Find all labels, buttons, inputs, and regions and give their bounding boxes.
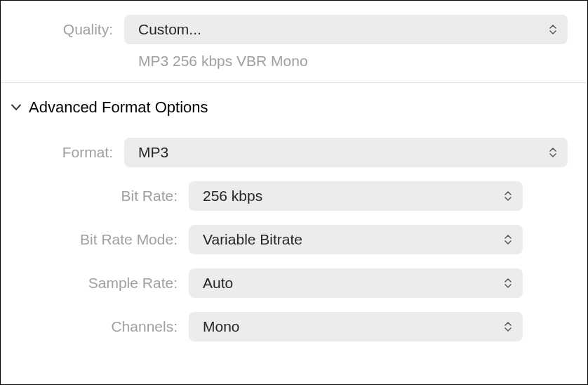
stepper-icon (505, 278, 512, 288)
format-row: Format: MP3 (20, 138, 568, 167)
quality-summary-row: MP3 256 kbps VBR Mono (20, 53, 568, 70)
channels-row: Channels: Mono (20, 312, 568, 341)
sample-rate-label: Sample Rate: (20, 275, 189, 292)
sample-rate-select[interactable]: Auto (189, 268, 523, 298)
chevron-down-icon (11, 103, 22, 112)
quality-select[interactable]: Custom... (124, 15, 568, 44)
format-label: Format: (20, 144, 124, 161)
stepper-icon (549, 25, 556, 34)
channels-select[interactable]: Mono (189, 312, 523, 341)
advanced-title: Advanced Format Options (29, 98, 208, 117)
bitrate-row: Bit Rate: 256 kbps (20, 181, 568, 211)
quality-row: Quality: Custom... (20, 15, 568, 44)
advanced-rows: Format: MP3 Bit Rate: 256 kbps Bit Rate … (11, 138, 568, 341)
stepper-icon (549, 148, 556, 157)
sample-rate-row: Sample Rate: Auto (20, 268, 568, 298)
channels-label: Channels: (20, 318, 189, 335)
bitrate-mode-select[interactable]: Variable Bitrate (189, 225, 523, 254)
advanced-section: Advanced Format Options Format: MP3 Bit … (1, 83, 587, 341)
advanced-disclosure[interactable]: Advanced Format Options (11, 98, 568, 117)
stepper-icon (505, 235, 512, 244)
quality-section: Quality: Custom... MP3 256 kbps VBR Mono (1, 1, 587, 82)
quality-value: Custom... (138, 21, 201, 38)
bitrate-mode-row: Bit Rate Mode: Variable Bitrate (20, 225, 568, 254)
bitrate-mode-label: Bit Rate Mode: (20, 231, 189, 248)
stepper-icon (505, 191, 512, 201)
stepper-icon (505, 322, 512, 332)
bitrate-mode-value: Variable Bitrate (203, 231, 302, 248)
quality-summary: MP3 256 kbps VBR Mono (138, 53, 308, 69)
bitrate-value: 256 kbps (203, 188, 262, 204)
bitrate-select[interactable]: 256 kbps (189, 181, 523, 211)
channels-value: Mono (203, 318, 240, 335)
quality-label: Quality: (20, 21, 124, 38)
format-select[interactable]: MP3 (124, 138, 568, 167)
bitrate-label: Bit Rate: (20, 188, 189, 204)
sample-rate-value: Auto (203, 275, 233, 292)
format-value: MP3 (138, 144, 168, 161)
